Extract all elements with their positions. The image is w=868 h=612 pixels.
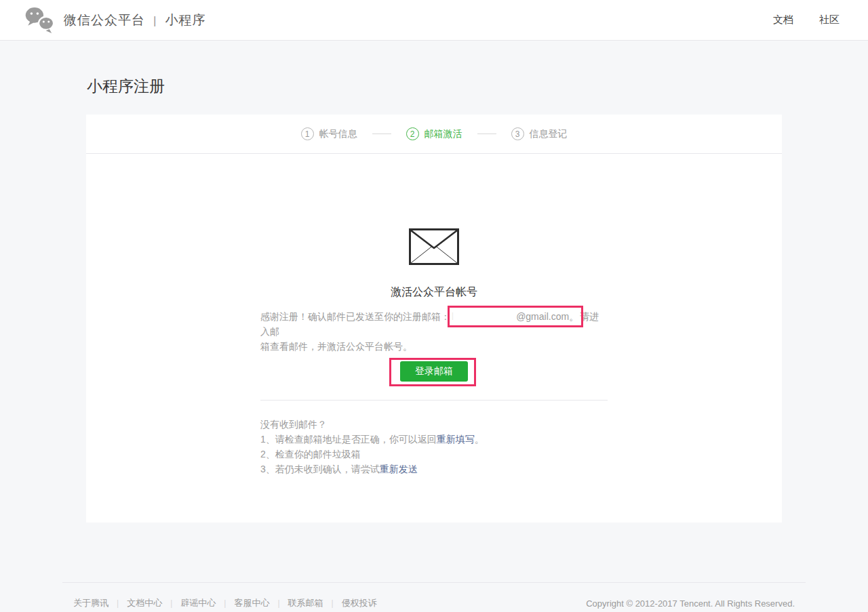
- step-3-circle: 3: [511, 127, 524, 140]
- help-section: 没有收到邮件？ 1、请检查邮箱地址是否正确，你可以返回重新填写。 2、检查你的邮…: [260, 417, 608, 476]
- help-title: 没有收到邮件？: [260, 417, 608, 432]
- step-1-label: 帐号信息: [319, 128, 357, 140]
- page-footer: 关于腾讯 | 文档中心 | 辟谣中心 | 客服中心 | 联系邮箱 | 侵权投诉 …: [62, 582, 806, 612]
- email-redaction-blur: [454, 311, 516, 321]
- nav-community-link[interactable]: 社区: [819, 14, 840, 26]
- refill-link[interactable]: 重新填写: [437, 434, 475, 445]
- step-email-activation: 2 邮箱激活: [406, 127, 462, 140]
- step-connector: [477, 134, 496, 134]
- footer-link-contact-email[interactable]: 联系邮箱: [288, 597, 323, 609]
- envelope-icon: [409, 228, 459, 265]
- step-3-label: 信息登记: [530, 128, 568, 140]
- main-container: 小程序注册 1 帐号信息 2 邮箱激活 3 信息登记: [86, 41, 782, 523]
- step-2-circle: 2: [406, 127, 419, 140]
- help-item-3: 3、若仍未收到确认，请尝试重新发送: [260, 462, 608, 476]
- step-2-label: 邮箱激活: [425, 128, 462, 140]
- help-item-1-text: 1、请检查邮箱地址是否正确，你可以返回: [260, 434, 437, 445]
- step-indicator: 1 帐号信息 2 邮箱激活 3 信息登记: [86, 115, 782, 154]
- footer-link-service-center[interactable]: 客服中心: [234, 597, 269, 609]
- step-1-circle: 1: [301, 127, 314, 140]
- email-highlight-box: l@gmail.com。: [450, 311, 580, 322]
- footer-separator: |: [170, 598, 172, 608]
- brand-separator: |: [153, 14, 157, 27]
- email-domain: @gmail.com。: [516, 311, 578, 322]
- activation-heading: 激活公众平台帐号: [86, 285, 782, 300]
- activation-message-line1: 感谢注册！确认邮件已发送至你的注册邮箱：l@gmail.com。请进入邮: [260, 309, 608, 339]
- brand-title: 微信公众平台|小程序: [64, 12, 205, 29]
- brand-platform-label: 微信公众平台: [64, 13, 145, 27]
- help-item-2: 2、检查你的邮件垃圾箱: [260, 447, 608, 462]
- help-item-1-suffix: 。: [475, 434, 484, 445]
- top-nav: 文档 社区: [747, 14, 840, 26]
- content-divider: [260, 400, 608, 401]
- top-header: 微信公众平台|小程序 文档 社区: [0, 0, 868, 41]
- login-button-highlight-box: 登录邮箱: [400, 361, 468, 382]
- brand-product-label: 小程序: [165, 13, 205, 27]
- nav-docs-link[interactable]: 文档: [773, 14, 793, 26]
- footer-separator: |: [277, 598, 279, 608]
- brand-area: 微信公众平台|小程序: [24, 6, 205, 35]
- footer-link-rumor-center[interactable]: 辟谣中心: [180, 597, 216, 609]
- login-email-button[interactable]: 登录邮箱: [400, 361, 468, 382]
- activation-message-line2: 箱查看邮件，并激活公众平台帐号。: [260, 339, 608, 354]
- wechat-logo-icon: [24, 6, 56, 35]
- message-prefix: 感谢注册！确认邮件已发送至你的注册邮箱：: [260, 311, 450, 322]
- activation-message: 感谢注册！确认邮件已发送至你的注册邮箱：l@gmail.com。请进入邮 箱查看…: [260, 309, 608, 354]
- resend-link[interactable]: 重新发送: [380, 464, 418, 474]
- card-content: 激活公众平台帐号 感谢注册！确认邮件已发送至你的注册邮箱：l@gmail.com…: [86, 154, 782, 523]
- footer-link-about-tencent[interactable]: 关于腾讯: [73, 597, 108, 609]
- footer-links: 关于腾讯 | 文档中心 | 辟谣中心 | 客服中心 | 联系邮箱 | 侵权投诉: [73, 597, 377, 609]
- registration-card: 1 帐号信息 2 邮箱激活 3 信息登记: [86, 115, 782, 523]
- footer-separator: |: [332, 598, 334, 608]
- footer-link-doc-center[interactable]: 文档中心: [127, 597, 162, 609]
- step-connector: [372, 134, 391, 134]
- copyright-notice: Copyright © 2012-2017 Tencent. All Right…: [586, 598, 795, 609]
- help-item-1: 1、请检查邮箱地址是否正确，你可以返回重新填写。: [260, 432, 608, 447]
- help-item-3-text: 3、若仍未收到确认，请尝试: [260, 464, 380, 474]
- footer-separator: |: [117, 598, 119, 608]
- step-info-registration: 3 信息登记: [511, 127, 568, 140]
- page-title: 小程序注册: [86, 41, 782, 96]
- footer-link-infringement-complaint[interactable]: 侵权投诉: [342, 597, 377, 609]
- footer-separator: |: [224, 598, 226, 608]
- step-account-info: 1 帐号信息: [301, 127, 357, 140]
